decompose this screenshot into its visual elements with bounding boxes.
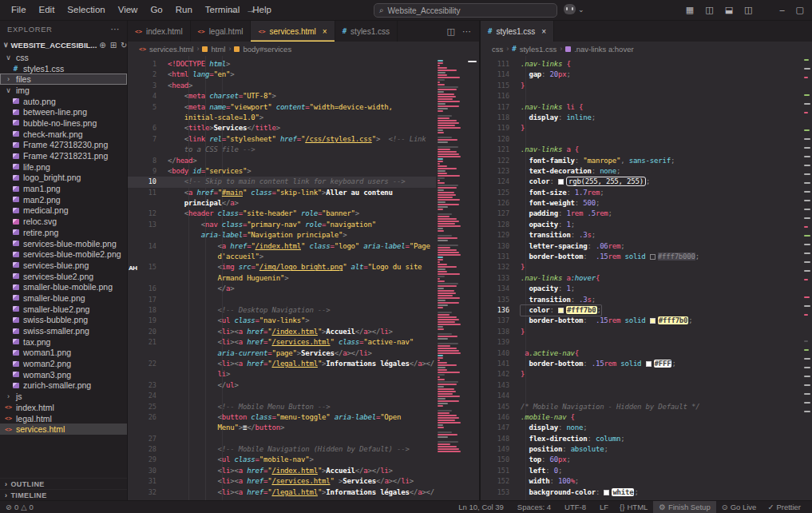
code-line[interactable]: to a CSS file --> [128,145,479,155]
code-line[interactable]: 120 [481,134,812,145]
tree-item-woman3-png[interactable]: woman3.png [0,369,127,380]
tree-item-js[interactable]: ›js [0,391,127,402]
code-line[interactable]: 22 <li><a href="/legal.html">Information… [128,359,479,369]
tree-item-styles1-css[interactable]: #styles1.css [0,63,127,74]
tree-item-check-mark-png[interactable]: check-mark.png [0,129,127,140]
code-line[interactable]: 150 top: 60px; [481,455,812,465]
code-line[interactable]: 32 <li><a href="/legal.html">Information… [128,487,479,498]
code-line[interactable]: 138} [481,327,812,337]
tree-item-frame-427318231-png[interactable]: Frame 427318231.png [0,150,127,161]
breadcrumb-item[interactable]: .nav-links a:hover [574,45,633,54]
tree-item-img[interactable]: ∨img [0,85,127,96]
code-line[interactable]: 4 <meta charset="UTF-8"> [128,91,479,101]
tree-item-between-line-png[interactable]: between-line.png [0,106,127,117]
code-line[interactable]: 10 <!-- Skip to main content link for ke… [128,177,436,187]
tree-item-smaller-blue-png[interactable]: smaller-blue.png [0,292,127,304]
status-item[interactable]: {} HTML [614,501,653,513]
code-line[interactable]: initial-scale=1.0"> [128,113,479,123]
tree-item-frame-427318230-png[interactable]: Frame 427318230.png [0,140,127,151]
tree-item-zurich-smaller-png[interactable]: zurich-smaller.png [0,380,127,392]
code-line[interactable]: 133.nav-links a:hover{ [481,273,812,284]
code-line[interactable]: 141 border-bottom: .15rem solid #FFF; [481,359,812,369]
code-line[interactable]: 29 <ul class="mobile-nav"> [128,455,479,465]
back-icon[interactable]: ← [228,0,238,20]
tree-item-swiss-smaller-png[interactable]: swiss-smaller.png [0,325,127,336]
code-line[interactable]: 19 <ul class="nav-links"> [128,316,479,326]
tab-styles1-css-right[interactable]: # styles1.css × [481,21,554,42]
breadcrumb-item[interactable]: html [211,45,225,54]
command-center-search[interactable]: ⌕ Website_Accesibility [374,3,557,18]
refresh-icon[interactable]: ↻ [121,41,127,50]
code-line[interactable]: 143 [481,380,812,391]
tree-item-reloc-svg[interactable]: reloc.svg [0,216,127,227]
menu-item[interactable]: Edit [33,0,61,20]
tree-item-tax-png[interactable]: tax.png [0,336,127,348]
tab-styles1-css[interactable]: # styles1.css [335,21,398,42]
explorer-more-icon[interactable]: ⋯ [110,24,120,34]
new-file-icon[interactable]: ⊕ [99,41,105,50]
code-line[interactable]: 31 <li><a href="/services.html" >Service… [128,476,479,487]
status-item[interactable]: ⚙ Finish Setup [653,501,715,513]
code-line[interactable]: 148 flex-direction: column; [481,434,812,444]
tree-item-smaller-blue2-png[interactable]: smaller-blue2.png [0,304,127,315]
code-line[interactable]: 125 font-size: 1.7rem; [481,188,812,198]
status-item[interactable]: LF [592,501,614,513]
code-line[interactable]: 153 background-color: white; [481,487,812,498]
code-line[interactable]: 145/* Mobile Navigation - Hidden by Defa… [481,402,812,412]
code-line[interactable]: 21 <li><a href="/services.html" class="a… [128,337,479,348]
code-line[interactable]: 6 <title>Services</title> [128,123,479,133]
code-line[interactable]: 115} [481,81,812,91]
tab-index-html[interactable]: <> index.html [128,21,191,42]
tree-item-logo-bright-png[interactable]: logo_bright.png [0,173,127,184]
code-line[interactable]: 119} [481,123,812,133]
minimize-icon[interactable]: – [779,0,784,20]
menu-item[interactable]: Selection [61,0,111,20]
tree-item-woman1-png[interactable]: woman1.png [0,348,127,359]
tree-item-swiss-bubble-png[interactable]: swiss-bubble.png [0,315,127,326]
code-line[interactable]: 124 color: rgb(255, 255, 255); [481,177,812,187]
code-line[interactable]: 122 font-family: "manrope", sans-serif; [481,156,812,166]
code-line[interactable]: 151 left: 0; [481,466,812,476]
code-line[interactable]: 123 text-decoration: none; [481,166,812,177]
code-line[interactable]: 126 font-weight: 500; [481,198,812,209]
code-line[interactable]: 121.nav-links a { [481,145,812,155]
tree-item-legal-html[interactable]: <>legal.html [0,413,127,424]
tree-item-index-html[interactable]: <>index.html [0,402,127,413]
code-line[interactable]: 13 <nav class="primary-nav" role="naviga… [128,220,479,230]
status-item[interactable]: Spaces: 4 [509,501,557,513]
code-line[interactable]: 131 border-bottom: .15rem solid #fff7b00… [481,252,812,262]
code-line[interactable]: 17 [128,295,479,305]
new-folder-icon[interactable]: ⊞ [110,41,117,50]
code-line[interactable]: 2<html lang="en"> [128,70,479,80]
code-line[interactable]: 118 display: inline; [481,113,812,123]
status-item[interactable]: Ln 10, Col 39 [450,501,509,513]
tree-item-life-png[interactable]: life.png [0,161,127,173]
code-line[interactable]: 147 display: none; [481,423,812,433]
code-line[interactable]: 136 color: #fff7b0; [481,305,812,316]
code-line[interactable]: d'accueil"> [128,252,479,262]
split-editor-icon[interactable]: ◫ [447,26,455,37]
toggle-secondary-sidebar-icon[interactable]: ◫ [744,0,752,20]
menu-item[interactable]: Go [144,0,168,20]
code-line[interactable]: 26 <button class="menu-toggle" aria-labe… [128,412,479,423]
code-line[interactable]: 140 a.active-nav{ [481,348,812,359]
tree-item-services-blue-png[interactable]: services-blue.png [0,260,127,271]
tree-item-services-blue-mobile-png[interactable]: services-blue-mobile.png [0,238,127,249]
scrollbar-handle[interactable] [468,61,477,62]
code-line[interactable]: 114 gap: 20px; [481,70,812,80]
code-line[interactable]: 129 transition: .3s; [481,230,812,241]
minimap[interactable] [437,58,465,500]
code-line[interactable]: 20 <li><a href="/index.html">Accueil</a>… [128,327,479,337]
tab-legal-html[interactable]: <> legal.html [191,21,252,42]
code-line[interactable]: 5 <meta name="viewport" content="width=d… [128,102,479,113]
code-line[interactable]: Armand Huguenin"> [128,273,479,284]
tree-item-services-html[interactable]: <>services.html [0,424,127,435]
code-line[interactable]: 24 [128,391,479,401]
tree-item-auto-png[interactable]: auto.png [0,96,127,107]
code-line[interactable]: 152 width: 100%; [481,476,812,487]
code-line[interactable]: 144 [481,391,812,401]
code-line[interactable]: aria-current="page">Services</a></li> [128,348,479,359]
problems-indicator[interactable]: ⊘ 0 △ 0 [6,503,34,511]
code-line[interactable]: 137 border-bottom: .15rem solid #fff7b0; [481,316,812,326]
code-line[interactable]: 27 [128,434,479,444]
